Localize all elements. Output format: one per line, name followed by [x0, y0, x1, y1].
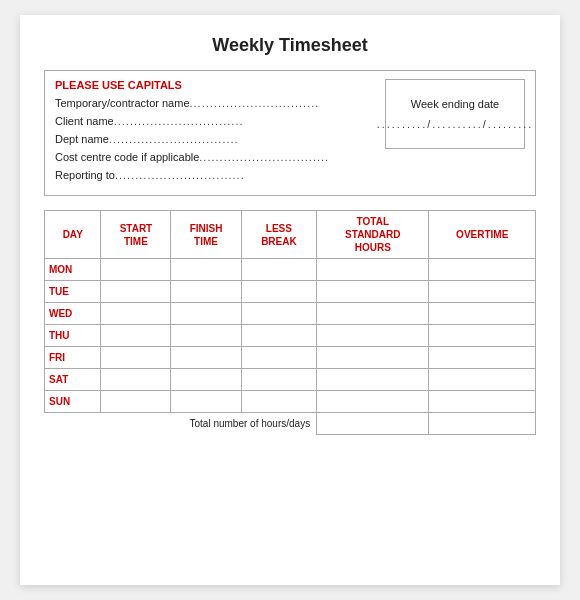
time-cell[interactable]: [241, 369, 316, 391]
col-header-overtime: OVERTIME: [429, 211, 536, 259]
time-cell[interactable]: [241, 281, 316, 303]
page-title: Weekly Timesheet: [44, 35, 536, 56]
time-cell[interactable]: [171, 369, 241, 391]
info-left: PLEASE USE CAPITALS Temporary/contractor…: [55, 79, 375, 187]
time-cell[interactable]: [241, 259, 316, 281]
time-cell[interactable]: [171, 281, 241, 303]
time-cell[interactable]: [429, 347, 536, 369]
time-cell[interactable]: [429, 391, 536, 413]
table-row: THU: [45, 325, 536, 347]
time-cell[interactable]: [101, 347, 171, 369]
time-cell[interactable]: [101, 325, 171, 347]
day-label: MON: [45, 259, 101, 281]
table-row: TUE: [45, 281, 536, 303]
col-header-break: LESSBREAK: [241, 211, 316, 259]
table-row: FRI: [45, 347, 536, 369]
time-cell[interactable]: [317, 325, 429, 347]
day-label: WED: [45, 303, 101, 325]
field-cost-centre: Cost centre code if applicable..........…: [55, 151, 375, 163]
total-label: Total number of hours/days: [45, 413, 317, 435]
time-cell[interactable]: [241, 391, 316, 413]
time-cell[interactable]: [101, 369, 171, 391]
col-header-finish: FINISHTIME: [171, 211, 241, 259]
week-ending-value: ........../........../.........: [377, 118, 534, 130]
field-reporting-to: Reporting to............................…: [55, 169, 375, 181]
field-client-name: Client name.............................…: [55, 115, 375, 127]
day-label: SUN: [45, 391, 101, 413]
total-row: Total number of hours/days: [45, 413, 536, 435]
field-dept-name: Dept name...............................…: [55, 133, 375, 145]
col-header-day: DAY: [45, 211, 101, 259]
time-cell[interactable]: [101, 259, 171, 281]
total-overtime-value[interactable]: [429, 413, 536, 435]
field-temp-contractor: Temporary/contractor name...............…: [55, 97, 375, 109]
table-row: SAT: [45, 369, 536, 391]
time-cell[interactable]: [241, 325, 316, 347]
time-cell[interactable]: [429, 369, 536, 391]
week-ending-label: Week ending date: [411, 98, 499, 110]
info-box: PLEASE USE CAPITALS Temporary/contractor…: [44, 70, 536, 196]
col-header-start: STARTTIME: [101, 211, 171, 259]
time-cell[interactable]: [171, 259, 241, 281]
time-cell[interactable]: [317, 259, 429, 281]
time-cell[interactable]: [171, 303, 241, 325]
time-cell[interactable]: [317, 369, 429, 391]
page: Weekly Timesheet PLEASE USE CAPITALS Tem…: [20, 15, 560, 585]
time-cell[interactable]: [317, 281, 429, 303]
total-standard-value[interactable]: [317, 413, 429, 435]
day-label: TUE: [45, 281, 101, 303]
time-cell[interactable]: [429, 303, 536, 325]
time-cell[interactable]: [101, 281, 171, 303]
time-cell[interactable]: [429, 281, 536, 303]
table-row: SUN: [45, 391, 536, 413]
time-cell[interactable]: [429, 259, 536, 281]
week-ending-box: Week ending date ........../........../.…: [385, 79, 525, 149]
time-cell[interactable]: [171, 391, 241, 413]
day-label: THU: [45, 325, 101, 347]
time-cell[interactable]: [317, 303, 429, 325]
time-cell[interactable]: [101, 391, 171, 413]
day-label: FRI: [45, 347, 101, 369]
time-cell[interactable]: [171, 325, 241, 347]
time-cell[interactable]: [241, 303, 316, 325]
time-cell[interactable]: [317, 347, 429, 369]
col-header-total: TOTALSTANDARDHOURS: [317, 211, 429, 259]
time-cell[interactable]: [101, 303, 171, 325]
time-cell[interactable]: [171, 347, 241, 369]
info-header: PLEASE USE CAPITALS: [55, 79, 375, 91]
time-cell[interactable]: [317, 391, 429, 413]
timesheet-table: DAY STARTTIME FINISHTIME LESSBREAK TOTAL…: [44, 210, 536, 435]
day-label: SAT: [45, 369, 101, 391]
table-row: WED: [45, 303, 536, 325]
time-cell[interactable]: [241, 347, 316, 369]
time-cell[interactable]: [429, 325, 536, 347]
table-row: MON: [45, 259, 536, 281]
